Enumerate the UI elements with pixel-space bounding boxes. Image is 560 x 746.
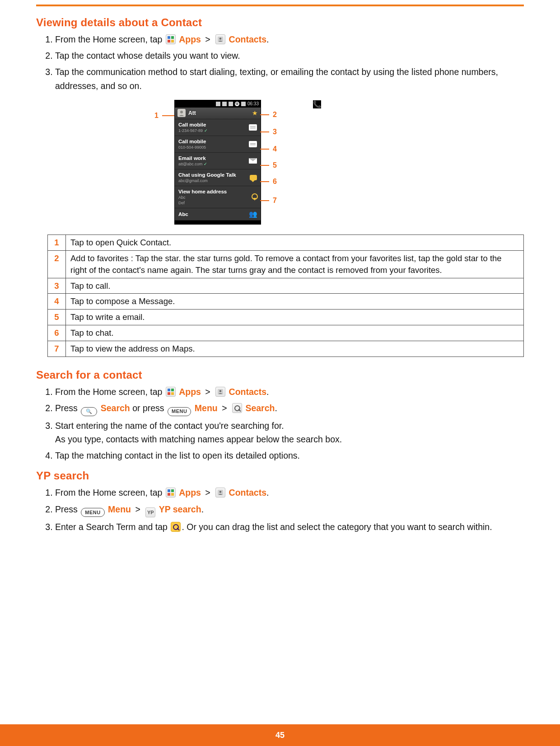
mail-icon[interactable] (249, 158, 257, 164)
search-label: Search (245, 403, 275, 413)
page-number: 45 (275, 731, 285, 740)
legend-num: 1 (48, 235, 66, 250)
legend-text: Tap to view the address on Maps. (66, 341, 524, 357)
menu-key-icon: MENU (168, 407, 191, 416)
search-icon (232, 403, 242, 413)
table-row: 5Tap to write a email. (48, 310, 524, 325)
apps-icon (166, 34, 176, 44)
row-call-mobile-1[interactable]: Call mobile 1-234-567-89✓ 📞 (175, 119, 261, 136)
star-icon[interactable]: ★ (252, 109, 258, 117)
step-text: Tap the matching contact in the list to … (55, 450, 300, 460)
section-title-yp: YP search (36, 469, 524, 482)
legend-num: 4 (48, 294, 66, 310)
row-sub: 1-234-567-89 (178, 128, 203, 133)
callout-num: 1 (154, 112, 159, 120)
apps-icon (166, 387, 176, 397)
punct: . (201, 504, 204, 514)
chat-icon[interactable] (250, 175, 257, 180)
status-battery-icon (222, 102, 227, 106)
status-sync-icon (216, 102, 220, 106)
row-sub: Abc (178, 195, 247, 200)
svg-rect-8 (171, 389, 174, 391)
apps-label: Apps (179, 488, 201, 497)
callout-6: 6 (260, 178, 277, 186)
contacts-label: Contacts (229, 34, 266, 44)
apps-label: Apps (179, 34, 201, 44)
punct: . (275, 403, 277, 413)
step: Tap the contact whose details you want t… (55, 49, 524, 62)
section-title-search: Search for a contact (36, 369, 524, 381)
row-sub: 010-504-99005 (178, 145, 206, 150)
steps-yp: From the Home screen, tap Apps > Contact… (36, 486, 524, 533)
callout-2: 2 (260, 111, 277, 119)
row-sub: Def (178, 201, 247, 205)
legend-num: 6 (48, 325, 66, 341)
row-label: Call mobile (178, 122, 245, 127)
people-icon[interactable]: 👥 (249, 210, 257, 218)
step: From the Home screen, tap Apps > Contact… (55, 486, 524, 499)
step: From the Home screen, tap Apps > Contact… (55, 33, 524, 46)
legend-num: 5 (48, 310, 66, 325)
row-email-work[interactable]: Email work att@abc.com✓ (175, 153, 261, 169)
row-label: Chat using Google Talk (178, 172, 246, 178)
message-icon[interactable] (249, 124, 257, 131)
menu-key-label: MENU (85, 509, 100, 516)
svg-rect-16 (171, 493, 174, 496)
step-text: Tap the communication method to start di… (55, 67, 498, 90)
contacts-label: Contacts (229, 387, 266, 397)
row-view-address[interactable]: View home address Abc Def (175, 186, 261, 208)
svg-rect-13 (168, 489, 170, 492)
svg-rect-3 (171, 40, 174, 42)
callout-3: 3 (260, 128, 277, 136)
step: From the Home screen, tap Apps > Contact… (55, 385, 524, 399)
legend-num: 3 (48, 278, 66, 294)
row-abc[interactable]: Abc 👥 (175, 208, 261, 221)
table-row: 7Tap to view the address on Maps. (48, 341, 524, 357)
legend-text: Tap to compose a Message. (66, 294, 524, 310)
step-text: Tap the contact whose details you want t… (55, 51, 240, 61)
row-label: View home address (178, 189, 247, 194)
step-text: From the Home screen, tap (55, 387, 165, 397)
callout-num: 6 (273, 178, 277, 186)
svg-point-18 (219, 491, 221, 493)
search-label: Search (101, 403, 130, 413)
table-row: 2Add to favorites : Tap the star. the st… (48, 250, 524, 278)
contacts-icon (215, 488, 225, 497)
contact-name: Att (188, 110, 196, 116)
callout-5: 5 (260, 161, 277, 169)
menu-label: Menu (108, 504, 131, 514)
step-text: . Or you can drag the list and select th… (182, 522, 492, 532)
table-row: 4Tap to compose a Message. (48, 294, 524, 310)
punct: . (266, 34, 269, 44)
step-subtext: As you type, contacts with matching name… (55, 432, 524, 446)
message-icon[interactable] (249, 141, 257, 147)
yp-label: YP search (159, 504, 201, 514)
page-top-rule (36, 5, 524, 6)
callout-num: 2 (273, 111, 277, 119)
row-call-mobile-2[interactable]: Call mobile 010-504-99005 📞 (175, 136, 261, 153)
punct: . (266, 387, 269, 397)
step: Enter a Search Term and tap . Or you can… (55, 520, 524, 534)
page-footer: 45 (0, 724, 560, 746)
breadcrumb-separator: > (203, 488, 215, 497)
step: Start entering the name of the contact y… (55, 419, 524, 446)
contacts-label: Contacts (229, 488, 266, 497)
phone-status-bar: G 06:33 (175, 100, 261, 108)
map-pin-icon[interactable] (251, 193, 257, 201)
svg-rect-10 (171, 392, 174, 395)
svg-rect-15 (168, 493, 170, 496)
avatar[interactable] (177, 109, 186, 117)
svg-rect-2 (168, 40, 170, 42)
step-text: From the Home screen, tap (55, 488, 165, 497)
phone-icon[interactable]: 📞 (313, 100, 321, 108)
status-time: 06:33 (247, 101, 259, 106)
legend-text: Tap to open Quick Contact. (66, 235, 524, 250)
callout-num: 3 (273, 128, 277, 136)
row-chat-gtalk[interactable]: Chat using Google Talk abc@gmail.com (175, 169, 261, 186)
apps-icon (166, 488, 176, 497)
check-icon: ✓ (204, 162, 207, 166)
callout-7: 7 (260, 197, 277, 205)
breadcrumb-separator: > (133, 504, 145, 514)
yp-icon: YP (145, 507, 155, 517)
apps-label: Apps (179, 387, 201, 397)
